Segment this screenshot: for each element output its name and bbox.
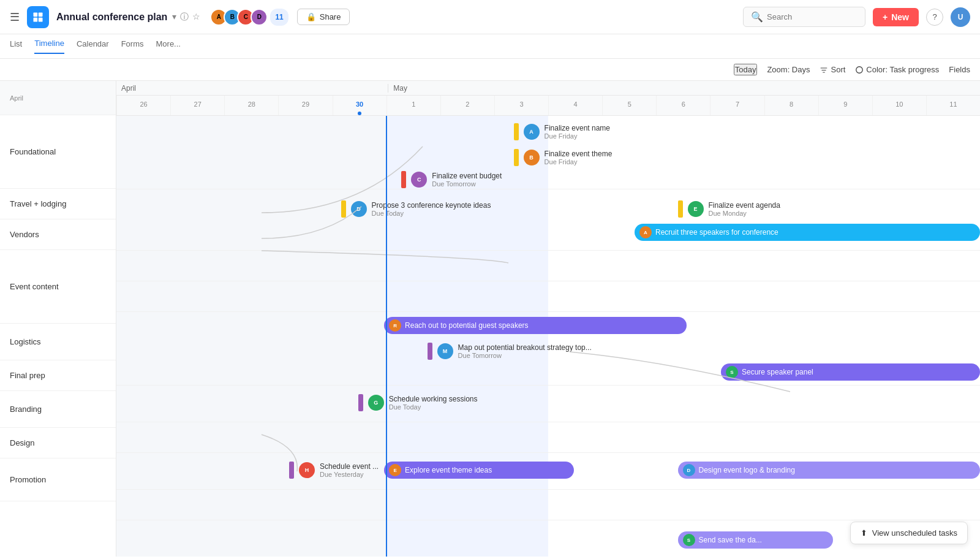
task-label: Secure speaker panel [742,368,813,376]
tab-forms[interactable]: Forms [121,39,144,53]
new-button[interactable]: + New [873,8,919,26]
avatar: S [726,366,738,378]
task-send-save[interactable]: S Send save the da... [678,531,834,549]
task-due: Due Yesterday [320,471,379,478]
task-due: Due Today [372,210,491,217]
task-name: Schedule event ... [320,462,379,471]
chevron-up-icon: ⬆ [861,528,867,538]
svg-rect-3 [39,17,43,21]
row-label-branding: Branding [0,391,116,428]
svg-rect-1 [39,12,43,17]
task-label: Reach out to potential guest speakers [405,321,528,330]
today-button[interactable]: Today [734,64,758,75]
row-label-promotion: Promotion [0,458,116,501]
timeline-toolbar: Today Zoom: Days Sort Color: Task progre… [0,59,980,81]
tab-timeline[interactable]: Timeline [34,39,64,54]
avatar: D [251,9,268,26]
avatar: D [683,464,695,476]
unscheduled-label: View unscheduled tasks [872,528,957,538]
avatar: D [351,201,367,217]
row-branding: H Schedule event ... Due Yesterday E Exp… [116,453,980,490]
avatar: M [437,343,453,359]
row-label-design: Design [0,428,116,458]
task-finalize-event-theme[interactable]: B Finalize event theme Due Friday [514,149,612,166]
zoom-button[interactable]: Zoom: Days [767,65,810,74]
task-finalize-event-budget[interactable]: C Finalize event budget Due Tomorrow [401,171,502,188]
task-map-breakout[interactable]: M Map out potential breakout strategy to… [428,343,592,360]
chevron-down-icon[interactable]: ▾ [172,12,176,23]
tab-calendar[interactable]: Calendar [77,39,109,53]
timeline-container: April Foundational Travel + lodging Vend… [0,81,980,557]
avatar: A [524,124,540,140]
task-finalize-agenda[interactable]: E Finalize event agenda Due Monday [678,200,780,218]
task-due: Due Friday [545,158,612,165]
task-design-logo[interactable]: D Design event logo & branding [678,462,981,479]
user-avatar[interactable]: U [951,7,970,27]
task-label: Design event logo & branding [699,466,795,474]
task-due: Due Today [389,403,478,411]
fields-button[interactable]: Fields [949,65,970,74]
row-label-event-content: Event content [0,250,116,324]
task-label: Explore event theme ideas [405,466,492,474]
title-icons: ▾ ⓘ ☆ [172,12,200,23]
row-label-logistics: Logistics [0,324,116,360]
plus-icon: + [883,12,888,22]
avatar: R [389,319,401,332]
row-event-content: R Reach out to potential guest speakers … [116,312,980,386]
task-name: Schedule working sessions [389,395,478,403]
share-label: Share [320,12,341,21]
unscheduled-tasks-button[interactable]: ⬆ View unscheduled tasks [850,522,968,544]
search-input[interactable] [767,12,858,21]
task-name: Finalize event name [545,124,610,132]
timeline-grid: April May 26 27 28 29 30 1 2 3 4 5 6 7 8… [116,81,980,557]
avatar: G [368,395,384,411]
avatar: A [639,226,652,238]
tab-more[interactable]: More... [156,39,181,53]
row-label-final-prep: Final prep [0,360,116,391]
share-button[interactable]: 🔒 Share [297,9,350,25]
row-logistics: G Schedule working sessions Due Today [116,386,980,422]
avatar: H [299,462,315,478]
row-label-header: April [0,81,116,115]
row-label-travel: Travel + lodging [0,189,116,219]
row-final-prep [116,422,980,453]
search-box[interactable]: 🔍 [743,7,865,27]
task-name: Finalize event agenda [709,201,780,210]
sort-button[interactable]: Sort [820,65,845,74]
task-schedule-working[interactable]: G Schedule working sessions Due Today [358,394,478,411]
task-label: Send save the da... [699,536,762,544]
svg-rect-0 [34,12,38,17]
svg-rect-2 [34,17,38,21]
task-name: Map out potential breakout strategy top.… [458,343,592,352]
row-labels: April Foundational Travel + lodging Vend… [0,81,116,557]
nav-right: 🔍 + New ? U [743,7,970,27]
task-recruit-speakers[interactable]: A Recruit three speakers for conference [635,224,980,241]
task-propose-keynote[interactable]: D Propose 3 conference keynote ideas Due… [341,200,491,218]
task-name: Finalize event budget [432,172,502,180]
menu-icon[interactable]: ☰ [10,10,20,24]
color-button[interactable]: Color: Task progress [855,65,939,74]
member-count[interactable]: 11 [270,9,288,26]
row-design [116,490,980,520]
task-reach-out[interactable]: R Reach out to potential guest speakers [384,317,687,334]
top-nav: ☰ Annual conference plan ▾ ⓘ ☆ A B C D 1… [0,0,980,34]
task-schedule-event[interactable]: H Schedule event ... Due Yesterday [289,462,379,479]
task-name: Finalize event theme [545,150,612,158]
row-travel [116,251,980,281]
tab-list[interactable]: List [10,39,22,53]
task-name: Propose 3 conference keynote ideas [372,201,491,210]
star-icon[interactable]: ☆ [192,12,200,23]
info-icon[interactable]: ⓘ [180,12,189,23]
task-finalize-event-name[interactable]: A Finalize event name Due Friday [514,123,610,140]
avatar: C [411,172,427,188]
avatar-group: A B C D 11 [210,9,288,26]
row-vendors [116,281,980,312]
task-explore-event[interactable]: E Explore event theme ideas [384,462,574,479]
row-label-foundational: Foundational [0,115,116,189]
help-button[interactable]: ? [926,9,943,26]
task-secure-speaker[interactable]: S Secure speaker panel [721,363,980,381]
row-foundational: A Finalize event name Due Friday B Final… [116,116,980,189]
lock-icon: 🔒 [306,12,316,21]
avatar: B [524,150,540,165]
row-foundational-2: D Propose 3 conference keynote ideas Due… [116,189,980,251]
